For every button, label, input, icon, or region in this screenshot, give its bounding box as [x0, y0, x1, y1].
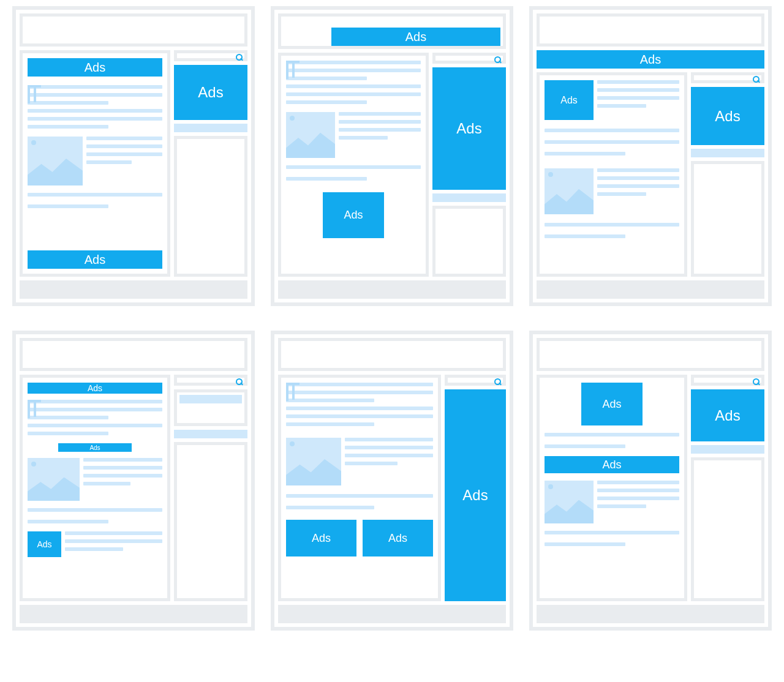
search-box[interactable]	[445, 375, 506, 386]
search-box[interactable]	[691, 72, 764, 83]
ad-sidebar-skyscraper[interactable]: Ads	[432, 67, 506, 190]
dropcap-icon	[286, 383, 300, 401]
sidebar: Ads	[691, 375, 764, 601]
ad-top-banner[interactable]: Ads	[28, 58, 162, 77]
ad-inline-square[interactable]: Ads	[545, 80, 594, 120]
ad-sidebar-rect[interactable]: Ads	[174, 65, 247, 120]
layout-5: Ads Ads Ads	[271, 331, 513, 631]
content-column: Ads	[278, 53, 429, 277]
ad-full-banner[interactable]: Ads	[537, 50, 764, 69]
search-icon	[236, 54, 243, 61]
search-icon	[494, 378, 502, 386]
header-bar	[537, 338, 764, 371]
search-box[interactable]	[691, 375, 764, 386]
ad-header-banner[interactable]: Ads	[331, 28, 500, 46]
layout-2: Ads Ads A	[271, 6, 513, 306]
dropcap-icon	[28, 400, 41, 418]
sidebar-band	[174, 430, 247, 438]
header-bar	[537, 13, 764, 47]
header-bar: Ads	[278, 13, 506, 49]
footer-bar	[278, 280, 506, 299]
sidebar-band	[691, 149, 764, 157]
ad-sidebar-rect[interactable]: Ads	[691, 87, 764, 145]
image-placeholder	[28, 137, 83, 185]
ad-content-banner[interactable]: Ads	[545, 456, 679, 473]
search-box[interactable]	[174, 50, 247, 61]
search-box[interactable]	[432, 53, 506, 64]
image-placeholder	[286, 112, 335, 158]
search-box[interactable]	[174, 375, 247, 386]
layout-4: Ads Ads Ads	[12, 331, 255, 631]
layout-1: Ads Ads	[12, 6, 255, 306]
sidebar	[174, 375, 247, 601]
ad-inline-square[interactable]: Ads	[581, 383, 643, 425]
sidebar-band	[432, 193, 506, 202]
content-column: Ads Ads	[20, 50, 170, 277]
footer-bar	[20, 280, 247, 299]
search-icon	[236, 378, 243, 386]
header-bar	[20, 338, 247, 371]
sidebar-widget	[691, 161, 764, 277]
footer-bar	[537, 605, 764, 623]
image-placeholder	[545, 481, 594, 523]
ad-inline-square-b[interactable]: Ads	[363, 520, 433, 556]
ad-slim-banner[interactable]: Ads	[28, 383, 162, 394]
sidebar: Ads	[174, 50, 247, 277]
header-bar	[20, 13, 247, 47]
search-icon	[753, 76, 760, 83]
content-column: Ads	[537, 72, 687, 277]
content-column: Ads Ads Ads	[20, 375, 170, 601]
layout-grid: Ads Ads	[12, 6, 772, 631]
ad-inline-micro[interactable]: Ads	[58, 443, 132, 452]
content-column: Ads Ads	[278, 375, 441, 601]
search-icon	[494, 56, 502, 64]
dropcap-icon	[28, 85, 41, 103]
footer-bar	[20, 605, 247, 623]
sidebar: Ads	[691, 72, 764, 277]
sidebar-widget	[174, 136, 247, 277]
ad-sidebar-rect[interactable]: Ads	[691, 389, 764, 441]
sidebar-band	[174, 124, 247, 132]
sidebar: Ads	[432, 53, 506, 277]
image-placeholder	[545, 168, 594, 214]
ad-inline-small[interactable]: Ads	[28, 531, 61, 557]
ad-bottom-banner[interactable]: Ads	[28, 250, 162, 269]
sidebar-widget	[174, 442, 247, 601]
dropcap-icon	[286, 61, 300, 79]
sidebar-band	[691, 445, 764, 454]
layout-6: Ads Ads Ads	[529, 331, 772, 631]
image-placeholder	[28, 458, 80, 501]
footer-bar	[537, 280, 764, 299]
content-column: Ads Ads	[537, 375, 687, 601]
layout-3: Ads Ads Ads	[529, 6, 772, 306]
sidebar-widget	[432, 206, 506, 277]
sidebar: Ads	[445, 375, 506, 601]
ad-inline-square[interactable]: Ads	[323, 192, 384, 238]
footer-bar	[278, 605, 506, 623]
ad-sidebar-tall-skyscraper[interactable]: Ads	[445, 389, 506, 601]
ad-inline-square-a[interactable]: Ads	[286, 520, 356, 556]
search-icon	[753, 378, 760, 386]
image-placeholder	[286, 438, 341, 485]
sidebar-widget	[174, 389, 247, 426]
header-bar	[278, 338, 506, 371]
sidebar-widget	[691, 457, 764, 601]
